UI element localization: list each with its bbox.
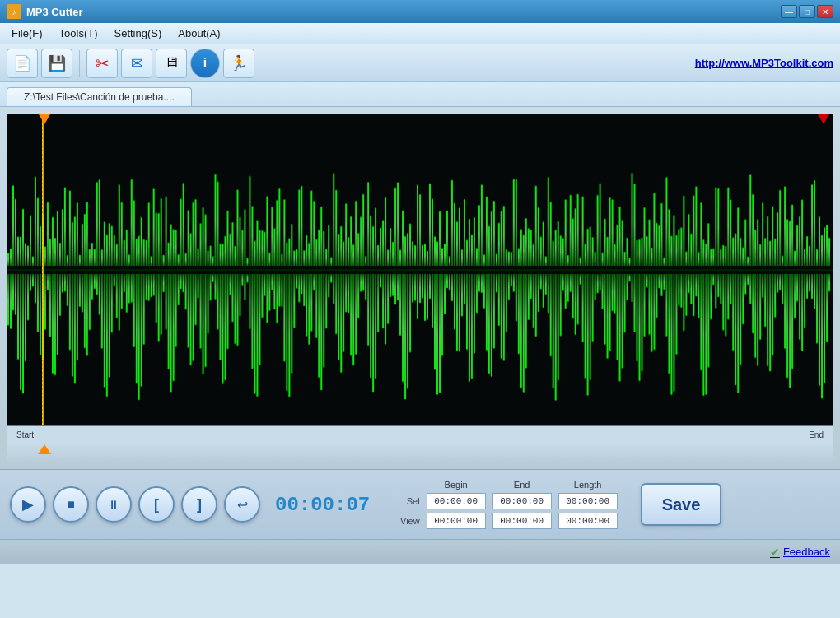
playhead: [42, 114, 44, 425]
app-title: MP3 Cutter: [26, 6, 781, 18]
view-length-input[interactable]: [558, 513, 618, 529]
window-controls: — □ ✕: [781, 5, 833, 18]
start-marker-bottom: [38, 444, 51, 454]
close-button[interactable]: ✕: [817, 5, 833, 18]
timeline-start-label: Start: [16, 430, 34, 439]
waveform-display[interactable]: [7, 114, 833, 426]
end-header: End: [489, 478, 555, 491]
sel-end-input[interactable]: [492, 493, 552, 509]
menu-about[interactable]: About(A): [170, 26, 228, 41]
website-link[interactable]: http://www.MP3Toolkit.com: [695, 57, 833, 69]
feedback-icon: ✔: [770, 546, 780, 559]
new-button[interactable]: 📄: [7, 49, 38, 78]
sel-length-input[interactable]: [558, 493, 618, 509]
goto-button[interactable]: ↩: [224, 486, 260, 523]
sel-begin-input[interactable]: [427, 493, 486, 509]
toolbar: 📄 💾 ✂ ✉ 🖥 i 🏃 http://www.MP3Toolkit.com: [0, 44, 840, 82]
menu-bar: File(F) Tools(T) Setting(S) About(A): [0, 23, 840, 44]
file-tab[interactable]: Z:\Test Files\Canción de prueba....: [7, 87, 192, 106]
email-button[interactable]: ✉: [121, 49, 152, 78]
save-icon: 💾: [48, 54, 66, 72]
info-button[interactable]: i: [190, 49, 220, 78]
play-button[interactable]: ▶: [10, 486, 46, 523]
stop-button[interactable]: ■: [53, 486, 89, 523]
mark-in-button[interactable]: [: [138, 486, 175, 523]
minimize-button[interactable]: —: [781, 5, 797, 18]
menu-tools[interactable]: Tools(T): [51, 26, 106, 41]
pause-button[interactable]: ⏸: [96, 486, 132, 523]
timeline-end-label: End: [809, 430, 824, 439]
app-icon: ♪: [7, 4, 21, 19]
feedback-bar: ✔ Feedback: [0, 539, 840, 564]
start-marker-top: [39, 114, 50, 124]
length-header: Length: [555, 478, 621, 491]
time-table: Begin End Length Sel View: [397, 478, 621, 531]
menu-settings[interactable]: Setting(S): [106, 26, 170, 41]
run-button[interactable]: 🏃: [223, 49, 254, 78]
feedback-label: Feedback: [783, 546, 830, 558]
separator-1: [79, 50, 80, 77]
new-icon: 📄: [13, 54, 31, 72]
timeline: Start End: [7, 426, 833, 443]
display-icon: 🖥: [164, 54, 179, 72]
tab-area: Z:\Test Files\Canción de prueba....: [0, 82, 840, 107]
feedback-link[interactable]: ✔ Feedback: [770, 546, 830, 559]
mark-out-button[interactable]: ]: [181, 486, 217, 523]
cut-button[interactable]: ✂: [86, 49, 118, 78]
waveform-container: Start End: [0, 107, 840, 469]
bottom-marker-area: [7, 443, 833, 462]
menu-file[interactable]: File(F): [3, 26, 51, 41]
view-begin-input[interactable]: [427, 513, 486, 529]
sel-label: Sel: [397, 491, 423, 511]
controls-area: ▶ ■ ⏸ [ ] ↩ 00:00:07 Begin End Length Se…: [0, 469, 840, 539]
save-button[interactable]: Save: [641, 483, 722, 526]
waveform-canvas: [7, 114, 833, 425]
view-label: View: [397, 511, 423, 531]
display-button[interactable]: 🖥: [156, 49, 187, 78]
time-display: 00:00:07: [275, 494, 374, 516]
title-bar: ♪ MP3 Cutter — □ ✕: [0, 0, 840, 23]
save-file-button[interactable]: 💾: [41, 49, 72, 78]
begin-header: Begin: [423, 478, 489, 491]
end-marker-top: [818, 114, 829, 124]
run-icon: 🏃: [230, 54, 248, 72]
maximize-button[interactable]: □: [799, 5, 815, 18]
view-end-input[interactable]: [492, 513, 552, 529]
